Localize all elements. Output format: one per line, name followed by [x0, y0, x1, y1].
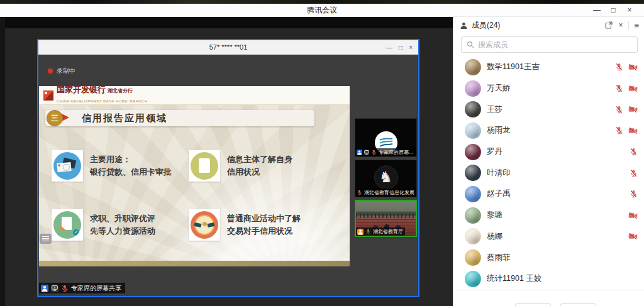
document-icon: [191, 152, 218, 180]
mic-muted-icon: [371, 150, 377, 155]
minimize-icon[interactable]: —: [386, 44, 392, 51]
maximize-icon[interactable]: □: [605, 6, 621, 14]
mic-muted-icon: [615, 63, 623, 71]
members-panel-footer: [453, 290, 644, 306]
host-icon: [357, 229, 364, 235]
member-row[interactable]: 黎璐: [453, 205, 644, 226]
shared-window-titlebar: 57* **** **01 — □ ×: [38, 40, 418, 55]
slide-item-business: 普通商业活动中了解交易对手信用状况: [189, 195, 341, 254]
camera-off-icon: [628, 127, 638, 134]
camera-off-icon: [628, 232, 638, 240]
member-name: 统计11901 王姣: [487, 273, 541, 284]
participant-icon: [357, 150, 362, 155]
mic-muted-icon: [61, 285, 69, 292]
member-row[interactable]: 叶清印: [453, 162, 644, 183]
member-row[interactable]: 赵子禹: [453, 183, 644, 205]
member-row[interactable]: 数学11901王吉: [453, 57, 644, 78]
thumbnail-edu-department-active[interactable]: 湖北省教育厅: [355, 200, 417, 237]
avatar: [465, 207, 481, 224]
member-name: 赵子禹: [487, 189, 511, 199]
member-name: 叶清印: [487, 168, 511, 178]
camera-off-icon: [628, 212, 638, 219]
mic-muted-icon: [630, 169, 638, 177]
member-name: 杨雨龙: [487, 125, 511, 136]
close-panel-icon[interactable]: ×: [618, 21, 623, 29]
recording-label: 录制中: [57, 67, 75, 75]
members-icon: [460, 21, 468, 30]
resume-icon: [53, 211, 81, 239]
slide-body: 三 信用报告应用领域 主要用途：银行贷款、信用卡审批: [39, 105, 350, 261]
shared-screen-content: 录制中 国家开发银行 湖北省分行 CHINA DEVELOPMENT BA: [38, 55, 418, 296]
presentation-slide: 国家开发银行 湖北省分行 CHINA DEVELOPMENT BANK HUBE…: [39, 86, 350, 266]
handshake-icon: [191, 211, 218, 239]
avatar: [465, 271, 481, 287]
avatar: [465, 165, 481, 181]
sharer-name: 专家席的屏幕共享: [71, 284, 121, 293]
member-search-box[interactable]: [461, 36, 638, 53]
app-titlebar: 腾讯会议 — □ ×: [0, 4, 644, 17]
slide-item-hr: 求职、升职评优评先等人力资源活动: [52, 195, 189, 254]
camera-off-icon: [628, 106, 638, 113]
avatar: [465, 249, 481, 266]
participant-icon: [41, 285, 48, 292]
bank-name-en: CHINA DEVELOPMENT BANK HUBEI BRANCH: [57, 99, 147, 103]
left-black-band: [0, 17, 5, 306]
mic-active-icon: [365, 229, 371, 234]
top-black-band: [0, 17, 453, 28]
member-name: 杨娜: [487, 231, 502, 242]
mic-muted-icon: [615, 84, 623, 92]
avatar: [465, 228, 481, 244]
record-dot-icon: [48, 68, 53, 74]
meeting-main-area: 57* **** **01 — □ × 录制中: [0, 17, 453, 306]
bank-branch: 湖北省分行: [108, 89, 133, 94]
footer-button[interactable]: [515, 303, 551, 306]
screen-share-icon: [51, 285, 58, 292]
tencent-meeting-window: 腾讯会议 — □ × 57* **** **01 — □ ×: [0, 0, 644, 306]
bank-name: 国家开发银行: [57, 85, 106, 94]
mail-icon: [53, 152, 81, 180]
member-row[interactable]: 杨雨龙: [453, 120, 644, 141]
layout-list-icon[interactable]: [40, 234, 52, 244]
thumbnail-expert-share[interactable]: 专家席的屏幕共享: [355, 118, 417, 157]
member-row[interactable]: 罗丹: [453, 141, 644, 163]
hamburger-icon[interactable]: ≡: [628, 21, 639, 30]
member-row[interactable]: 万天娇: [453, 78, 644, 99]
footer-button[interactable]: [560, 303, 596, 306]
sharer-name-label: 专家席的屏幕共享: [39, 283, 125, 293]
app-title: 腾讯会议: [0, 5, 644, 16]
slide-title: 信用报告应用领域: [74, 112, 167, 124]
member-name: 罗丹: [487, 146, 502, 157]
avatar: [465, 123, 481, 139]
avatar: [465, 186, 481, 202]
search-input[interactable]: [478, 40, 632, 49]
search-icon: [467, 41, 474, 48]
close-icon[interactable]: ×: [621, 6, 638, 14]
member-list: 数学11901王吉 万天娇: [453, 57, 644, 290]
minimize-icon[interactable]: —: [589, 6, 605, 14]
member-row[interactable]: 统计11901 王姣: [453, 268, 644, 290]
member-name: 蔡雨菲: [487, 253, 511, 263]
avatar: [465, 144, 481, 160]
member-name: 黎璐: [487, 210, 502, 221]
popout-icon[interactable]: [605, 21, 613, 29]
thumbnail-edu-informatization[interactable]: ♞ 湖北省教育信息化发展: [355, 160, 417, 197]
maximize-icon[interactable]: □: [399, 44, 402, 51]
mic-muted-icon: [357, 190, 362, 195]
avatar: [465, 101, 481, 117]
mic-muted-icon: [630, 190, 638, 198]
slide-item-self-check: 信息主体了解自身信用状况: [189, 136, 341, 195]
camera-off-icon: [628, 85, 638, 92]
window-controls: — □ ×: [589, 6, 644, 14]
member-row[interactable]: 蔡雨菲: [453, 247, 644, 268]
member-row[interactable]: 王莎: [453, 99, 644, 120]
member-name: 万天娇: [487, 83, 511, 94]
slide-header: 国家开发银行 湖北省分行 CHINA DEVELOPMENT BANK HUBE…: [39, 86, 350, 105]
member-row[interactable]: 杨娜: [453, 226, 644, 248]
close-icon[interactable]: ×: [409, 44, 413, 51]
slide-footer-strip: [39, 261, 350, 266]
mic-muted-icon: [615, 126, 623, 134]
members-panel-title: 成员(24): [472, 20, 500, 31]
shared-screen-tile[interactable]: 57* **** **01 — □ × 录制中: [37, 39, 419, 297]
screen-share-icon: [364, 150, 369, 155]
video-thumbnails: 专家席的屏幕共享 ♞ 湖北省教育信息化发展: [355, 118, 417, 237]
